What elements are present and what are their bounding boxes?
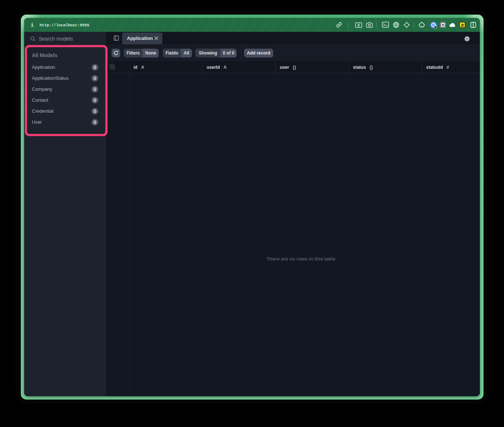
svg-text:N: N [441, 23, 444, 27]
svg-text:R: R [460, 23, 464, 28]
